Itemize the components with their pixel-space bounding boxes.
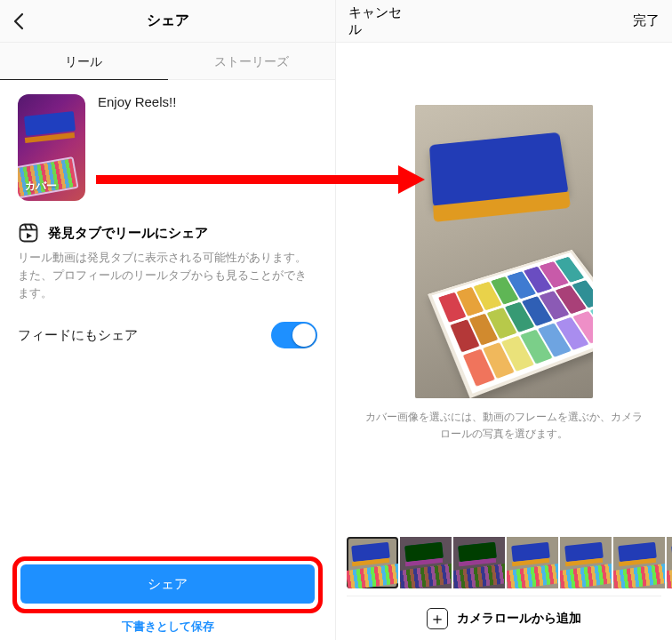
frame-thumb[interactable]	[613, 537, 665, 588]
feed-toggle[interactable]	[271, 322, 317, 348]
discover-help-text: リール動画は発見タブに表示される可能性があります。また、プロフィールのリールタブ…	[18, 249, 317, 302]
feed-toggle-label: フィードにもシェア	[18, 327, 138, 344]
svg-rect-0	[20, 225, 37, 242]
feed-share-row: フィードにもシェア	[18, 322, 317, 348]
reels-icon	[18, 222, 39, 244]
page-title: シェア	[75, 12, 260, 30]
frame-thumb[interactable]	[347, 537, 398, 588]
cover-label: カバー	[25, 179, 57, 194]
done-button[interactable]: 完了	[597, 12, 660, 29]
cancel-button[interactable]: キャンセル	[348, 4, 411, 38]
discover-title: 発見タブでリールにシェア	[48, 225, 208, 242]
highlight-annotation: シェア	[12, 556, 323, 613]
frame-thumb[interactable]	[453, 537, 505, 588]
frame-strip	[336, 532, 672, 590]
tab-reels[interactable]: リール	[0, 43, 168, 80]
tab-stories[interactable]: ストーリーズ	[168, 43, 336, 80]
cover-picker-header: キャンセル 完了	[336, 0, 672, 43]
frame-thumb[interactable]	[667, 537, 672, 588]
caption-input[interactable]: Enjoy Reels!!	[98, 94, 176, 201]
cover-thumbnail[interactable]: カバー	[18, 94, 85, 201]
frame-thumb[interactable]	[507, 537, 558, 588]
discover-share-row: 発見タブでリールにシェア	[18, 222, 317, 244]
chevron-left-icon	[12, 12, 25, 30]
save-draft-link[interactable]: 下書きとして保存	[12, 619, 323, 635]
add-from-roll-button[interactable]: ＋ カメラロールから追加	[347, 596, 661, 640]
cover-preview[interactable]	[415, 105, 593, 398]
share-header: シェア	[0, 0, 335, 43]
compose-row: カバー Enjoy Reels!!	[0, 80, 335, 208]
add-from-roll-label: カメラロールから追加	[457, 611, 581, 627]
frame-thumb[interactable]	[400, 537, 452, 588]
share-button[interactable]: シェア	[20, 564, 315, 604]
back-button[interactable]	[12, 12, 75, 30]
frame-thumb[interactable]	[560, 537, 612, 588]
plus-icon: ＋	[427, 608, 448, 629]
cover-hint-text: カバー画像を選ぶには、動画のフレームを選ぶか、カメラロールの写真を選びます。	[336, 398, 672, 443]
share-tabs: リール ストーリーズ	[0, 43, 335, 80]
